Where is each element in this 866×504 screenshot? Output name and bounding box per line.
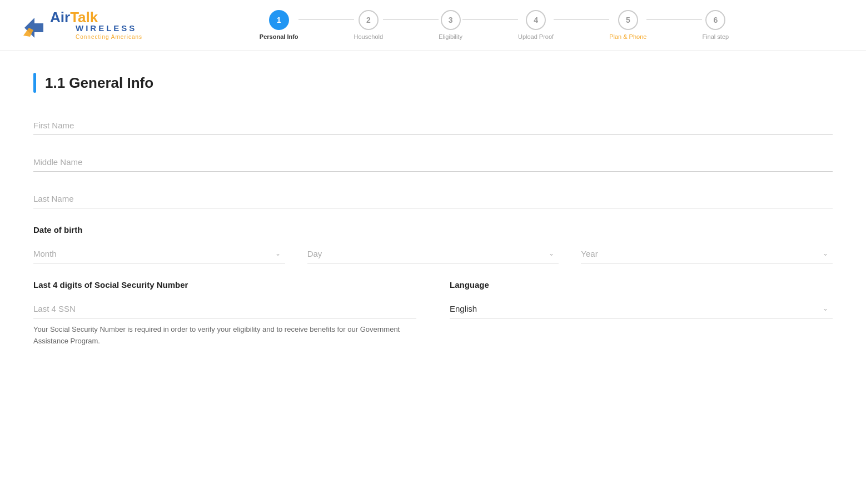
logo-text: AirTalk: [50, 10, 142, 24]
day-select-wrap: Day 12345 678910 1112131415 1617181920 2…: [307, 243, 559, 263]
step-connector-2: [383, 19, 439, 20]
logo-area: AirTalk WIRELESS Connecting Americans: [22, 10, 145, 40]
step-5: 5 Plan & Phone: [609, 10, 646, 40]
step-4-label: Upload Proof: [518, 33, 554, 40]
ssn-field: [33, 298, 416, 318]
language-select[interactable]: English Spanish French Chinese Vietnames…: [450, 298, 833, 318]
logo-air: Air: [50, 9, 70, 26]
step-1: 1 Personal Info: [260, 10, 298, 40]
section-title: 1.1 General Info: [33, 73, 833, 93]
step-1-label: Personal Info: [260, 33, 298, 40]
step-connector-3: [462, 19, 518, 20]
ssn-note: Your Social Security Number is required …: [33, 324, 416, 347]
step-3-label: Eligibility: [439, 33, 462, 40]
step-4: 4 Upload Proof: [518, 10, 554, 40]
step-3: 3 Eligibility: [439, 10, 462, 40]
last-name-input[interactable]: [33, 188, 833, 208]
dob-field: Date of birth Month January February Mar…: [33, 225, 833, 263]
dob-row: Month January February March April May J…: [33, 243, 833, 263]
step-1-circle: 1: [269, 10, 289, 30]
ssn-input[interactable]: [33, 298, 416, 318]
airtalk-icon: [22, 16, 47, 40]
step-6: 6 Final step: [702, 10, 729, 40]
first-name-field: [33, 115, 833, 135]
page-title: 1.1 General Info: [45, 74, 153, 92]
logo-wireless: WIRELESS: [76, 23, 142, 33]
logo-tagline: Connecting Americans: [76, 34, 142, 40]
middle-name-field: [33, 152, 833, 172]
step-connector-4: [554, 19, 609, 20]
step-5-label: Plan & Phone: [609, 33, 646, 40]
logo: AirTalk WIRELESS Connecting Americans: [22, 10, 145, 40]
month-select-wrap: Month January February March April May J…: [33, 243, 285, 263]
dob-label: Date of birth: [33, 225, 833, 234]
logo-top: AirTalk WIRELESS Connecting Americans: [22, 10, 145, 40]
language-label: Language: [450, 280, 833, 290]
step-4-circle: 4: [526, 10, 546, 30]
step-connector-5: [646, 19, 702, 20]
year-select[interactable]: Year: [581, 243, 833, 263]
step-5-circle: 5: [618, 10, 638, 30]
month-select[interactable]: Month January February March April May J…: [33, 243, 285, 263]
language-select-wrap: English Spanish French Chinese Vietnames…: [450, 298, 833, 318]
header: AirTalk WIRELESS Connecting Americans 1 …: [0, 0, 866, 51]
step-connector-1: [298, 19, 354, 20]
language-col: Language English Spanish French Chinese …: [450, 280, 833, 347]
step-6-circle: 6: [705, 10, 725, 30]
step-2: 2 Household: [354, 10, 384, 40]
ssn-label: Last 4 digits of Social Security Number: [33, 280, 416, 290]
year-select-wrap: Year ⌄: [581, 243, 833, 263]
day-select[interactable]: Day 12345 678910 1112131415 1617181920 2…: [307, 243, 559, 263]
main-content: 1.1 General Info Date of birth Month Jan…: [0, 51, 866, 386]
middle-name-input[interactable]: [33, 152, 833, 172]
first-name-input[interactable]: [33, 115, 833, 135]
step-2-circle: 2: [359, 10, 379, 30]
step-2-label: Household: [354, 33, 384, 40]
last-name-field: [33, 188, 833, 208]
stepper: 1 Personal Info 2 Household 3 Eligibilit…: [145, 10, 844, 40]
ssn-col: Last 4 digits of Social Security Number …: [33, 280, 416, 347]
step-3-circle: 3: [441, 10, 461, 30]
step-6-label: Final step: [702, 33, 729, 40]
ssn-language-row: Last 4 digits of Social Security Number …: [33, 280, 833, 347]
title-bar-accent: [33, 73, 36, 93]
